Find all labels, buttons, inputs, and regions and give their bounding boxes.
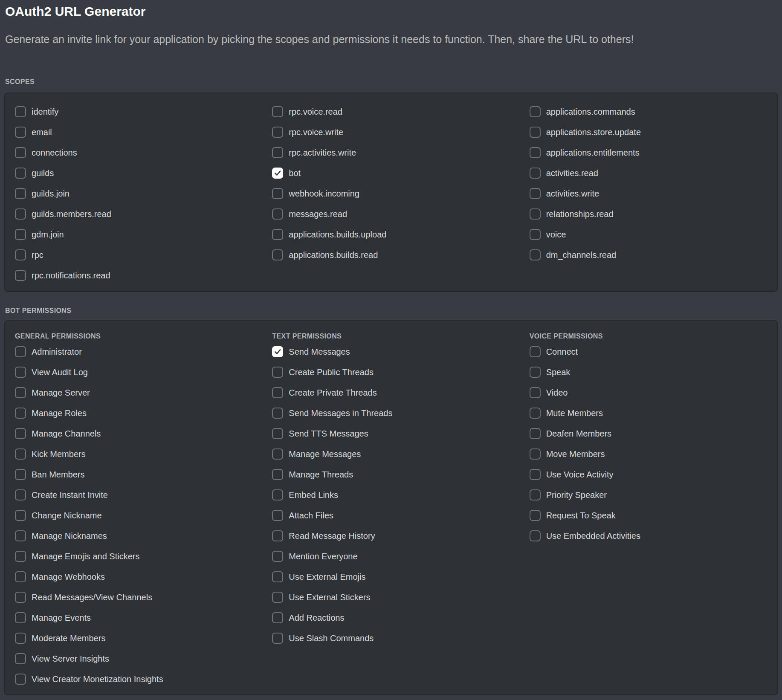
view-audit-log-row[interactable]: View Audit Log: [15, 362, 262, 382]
manage-server-row[interactable]: Manage Server: [15, 382, 262, 403]
manage-channels-row[interactable]: Manage Channels: [15, 423, 262, 444]
use-external-emojis-row[interactable]: Use External Emojis: [272, 567, 519, 587]
email-checkbox[interactable]: [15, 127, 26, 138]
move-members-row[interactable]: Move Members: [530, 444, 777, 464]
view-audit-log-checkbox[interactable]: [15, 367, 26, 378]
speak-row[interactable]: Speak: [530, 362, 777, 382]
gdm-join-row[interactable]: gdm.join: [15, 224, 262, 245]
applications-entitlements-row[interactable]: applications.entitlements: [530, 142, 777, 163]
send-messages-in-threads-checkbox[interactable]: [272, 408, 283, 419]
use-external-stickers-row[interactable]: Use External Stickers: [272, 587, 519, 607]
use-external-emojis-checkbox[interactable]: [272, 571, 283, 582]
rpc-notifications-read-checkbox[interactable]: [15, 270, 26, 281]
use-voice-activity-checkbox[interactable]: [530, 469, 541, 480]
manage-nicknames-row[interactable]: Manage Nicknames: [15, 526, 262, 546]
manage-roles-row[interactable]: Manage Roles: [15, 403, 262, 423]
voice-row[interactable]: voice: [530, 224, 777, 245]
mute-members-row[interactable]: Mute Members: [530, 403, 777, 423]
deafen-members-row[interactable]: Deafen Members: [530, 423, 777, 444]
guilds-members-read-checkbox[interactable]: [15, 208, 26, 220]
moderate-members-row[interactable]: Moderate Members: [15, 628, 262, 648]
connect-row[interactable]: Connect: [530, 341, 777, 362]
view-server-insights-row[interactable]: View Server Insights: [15, 648, 262, 669]
create-instant-invite-checkbox[interactable]: [15, 489, 26, 500]
rpc-row[interactable]: rpc: [15, 245, 262, 265]
manage-channels-checkbox[interactable]: [15, 428, 26, 439]
manage-server-checkbox[interactable]: [15, 387, 26, 398]
bot-checkbox[interactable]: [272, 168, 283, 179]
email-row[interactable]: email: [15, 122, 262, 142]
send-tts-messages-row[interactable]: Send TTS Messages: [272, 423, 519, 444]
manage-events-checkbox[interactable]: [15, 612, 26, 623]
manage-events-row[interactable]: Manage Events: [15, 607, 262, 628]
request-to-speak-row[interactable]: Request To Speak: [530, 505, 777, 526]
manage-threads-checkbox[interactable]: [272, 469, 283, 480]
read-message-history-checkbox[interactable]: [272, 530, 283, 541]
manage-emojis-and-stickers-row[interactable]: Manage Emojis and Stickers: [15, 546, 262, 567]
applications-commands-checkbox[interactable]: [530, 106, 541, 117]
read-messages-view-channels-row[interactable]: Read Messages/View Channels: [15, 587, 262, 607]
messages-read-row[interactable]: messages.read: [272, 204, 519, 224]
rpc-voice-write-row[interactable]: rpc.voice.write: [272, 122, 519, 142]
webhook-incoming-checkbox[interactable]: [272, 188, 283, 199]
identify-row[interactable]: identify: [15, 101, 262, 122]
gdm-join-checkbox[interactable]: [15, 229, 26, 240]
guilds-join-row[interactable]: guilds.join: [15, 183, 262, 204]
applications-store-update-checkbox[interactable]: [530, 127, 541, 138]
guilds-members-read-row[interactable]: guilds.members.read: [15, 204, 262, 224]
use-embedded-activities-row[interactable]: Use Embedded Activities: [530, 526, 777, 546]
guilds-row[interactable]: guilds: [15, 163, 262, 183]
activities-write-row[interactable]: activities.write: [530, 183, 777, 204]
bot-row[interactable]: bot: [272, 163, 519, 183]
change-nickname-checkbox[interactable]: [15, 510, 26, 521]
connections-checkbox[interactable]: [15, 147, 26, 158]
guilds-checkbox[interactable]: [15, 168, 26, 179]
video-row[interactable]: Video: [530, 382, 777, 403]
rpc-activities-write-checkbox[interactable]: [272, 147, 283, 158]
applications-builds-read-checkbox[interactable]: [272, 249, 283, 260]
manage-messages-row[interactable]: Manage Messages: [272, 444, 519, 464]
activities-write-checkbox[interactable]: [530, 188, 541, 199]
kick-members-row[interactable]: Kick Members: [15, 444, 262, 464]
dm-channels-read-row[interactable]: dm_channels.read: [530, 245, 777, 265]
embed-links-row[interactable]: Embed Links: [272, 485, 519, 505]
applications-commands-row[interactable]: applications.commands: [530, 101, 777, 122]
webhook-incoming-row[interactable]: webhook.incoming: [272, 183, 519, 204]
send-messages-checkbox[interactable]: [272, 346, 283, 357]
ban-members-checkbox[interactable]: [15, 469, 26, 480]
connect-checkbox[interactable]: [530, 346, 541, 357]
use-embedded-activities-checkbox[interactable]: [530, 530, 541, 541]
mention-everyone-checkbox[interactable]: [272, 551, 283, 562]
activities-read-row[interactable]: activities.read: [530, 163, 777, 183]
manage-webhooks-row[interactable]: Manage Webhooks: [15, 567, 262, 587]
kick-members-checkbox[interactable]: [15, 448, 26, 460]
messages-read-checkbox[interactable]: [272, 208, 283, 220]
use-slash-commands-row[interactable]: Use Slash Commands: [272, 628, 519, 648]
relationships-read-row[interactable]: relationships.read: [530, 204, 777, 224]
view-server-insights-checkbox[interactable]: [15, 653, 26, 664]
connections-row[interactable]: connections: [15, 142, 262, 163]
add-reactions-row[interactable]: Add Reactions: [272, 607, 519, 628]
administrator-checkbox[interactable]: [15, 346, 26, 357]
create-instant-invite-row[interactable]: Create Instant Invite: [15, 485, 262, 505]
manage-nicknames-checkbox[interactable]: [15, 530, 26, 541]
create-private-threads-checkbox[interactable]: [272, 387, 283, 398]
applications-builds-upload-checkbox[interactable]: [272, 229, 283, 240]
priority-speaker-row[interactable]: Priority Speaker: [530, 485, 777, 505]
guilds-join-checkbox[interactable]: [15, 188, 26, 199]
create-public-threads-checkbox[interactable]: [272, 367, 283, 378]
send-messages-row[interactable]: Send Messages: [272, 341, 519, 362]
speak-checkbox[interactable]: [530, 367, 541, 378]
read-message-history-row[interactable]: Read Message History: [272, 526, 519, 546]
applications-entitlements-checkbox[interactable]: [530, 147, 541, 158]
mute-members-checkbox[interactable]: [530, 408, 541, 419]
applications-builds-upload-row[interactable]: applications.builds.upload: [272, 224, 519, 245]
ban-members-row[interactable]: Ban Members: [15, 464, 262, 485]
administrator-row[interactable]: Administrator: [15, 341, 262, 362]
manage-roles-checkbox[interactable]: [15, 408, 26, 419]
manage-webhooks-checkbox[interactable]: [15, 571, 26, 582]
use-external-stickers-checkbox[interactable]: [272, 592, 283, 603]
relationships-read-checkbox[interactable]: [530, 208, 541, 220]
use-slash-commands-checkbox[interactable]: [272, 633, 283, 644]
video-checkbox[interactable]: [530, 387, 541, 398]
